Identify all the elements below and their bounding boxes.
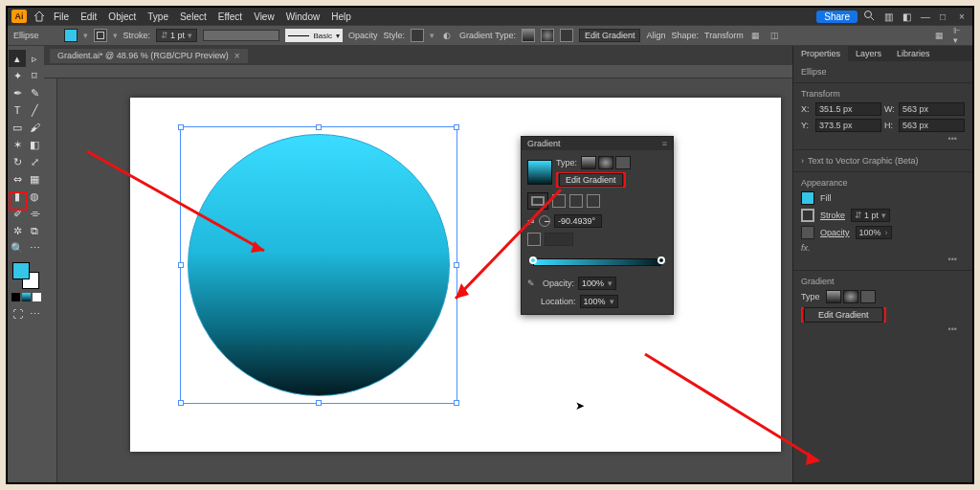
selection-handle[interactable] — [178, 400, 184, 406]
workspace-icon[interactable]: ◧ — [902, 11, 911, 22]
share-button[interactable]: Share — [816, 11, 858, 23]
tab-libraries[interactable]: Libraries — [889, 46, 938, 61]
edit-gradient-button[interactable]: Edit Gradient — [579, 29, 641, 42]
x-input[interactable]: 351.5 px — [815, 102, 881, 116]
vertical-ruler[interactable] — [44, 78, 57, 482]
tab-properties[interactable]: Properties — [793, 46, 848, 61]
mask-icon[interactable]: ◫ — [768, 29, 782, 42]
w-input[interactable]: 563 px — [899, 102, 965, 116]
freeform-gradient-icon[interactable] — [615, 156, 631, 169]
gradient-slider[interactable] — [527, 253, 667, 270]
home-icon[interactable] — [33, 10, 46, 23]
free-transform-tool[interactable]: ▦ — [26, 170, 43, 188]
eraser-tool[interactable]: ◧ — [26, 136, 43, 153]
reverse-gradient-icon[interactable]: ⇄ — [527, 216, 535, 226]
fx-label[interactable]: fx. — [801, 243, 811, 253]
line-tool[interactable]: ╱ — [26, 101, 43, 119]
screen-mode-tool[interactable]: ⛶ — [9, 305, 26, 323]
gradient-track[interactable] — [533, 258, 661, 266]
stroke-swatch[interactable] — [94, 29, 107, 42]
stroke-gradient-swatch[interactable] — [527, 192, 548, 210]
menu-type[interactable]: Type — [147, 11, 168, 22]
stroke-within-icon[interactable] — [552, 194, 566, 208]
angle-icon[interactable] — [539, 215, 550, 227]
gradient-panel-header[interactable]: Gradient ≡ — [522, 137, 673, 150]
magic-wand-tool[interactable]: ✦ — [9, 67, 26, 84]
panel-collapse-icon[interactable]: ≡ — [662, 139, 667, 148]
close-tab-icon[interactable]: × — [234, 51, 240, 61]
opacity-swatch[interactable] — [801, 226, 814, 239]
aspect-ratio-icon[interactable] — [527, 233, 541, 246]
edit-gradient-button[interactable]: Edit Gradient — [804, 307, 883, 323]
edit-gradient-button[interactable]: Edit Gradient — [559, 173, 623, 187]
toolbar-fill-swatch[interactable] — [12, 262, 30, 279]
paintbrush-tool[interactable]: 🖌 — [26, 119, 43, 136]
fill-swatch[interactable] — [64, 29, 78, 42]
stop-location-input[interactable]: 100%▾ — [580, 295, 618, 308]
menu-select[interactable]: Select — [180, 11, 207, 22]
stroke-across-icon[interactable] — [587, 194, 600, 208]
selection-handle[interactable] — [454, 400, 459, 406]
isolate-icon[interactable]: ▦ — [749, 29, 763, 42]
essentials-icon[interactable]: ▦ — [932, 29, 946, 42]
more-tool[interactable]: ⋯ — [26, 239, 43, 256]
radial-gradient-icon[interactable] — [598, 156, 613, 169]
dock-icon[interactable]: ⊩ ▾ — [953, 29, 967, 42]
linear-gradient-icon[interactable] — [522, 29, 535, 42]
symbol-tool[interactable]: ✲ — [9, 222, 26, 239]
style-dropdown[interactable] — [411, 29, 424, 42]
selection-handle[interactable] — [178, 262, 184, 268]
horizontal-ruler[interactable] — [44, 65, 792, 78]
swap-color-icon[interactable] — [11, 293, 20, 301]
fill-stroke-swatches[interactable] — [12, 262, 39, 289]
gradient-panel[interactable]: Gradient ≡ Type: — [521, 136, 674, 315]
gradient-stop-end[interactable] — [657, 256, 665, 264]
linear-gradient-icon[interactable] — [826, 290, 841, 303]
linear-gradient-icon[interactable] — [581, 156, 596, 169]
menu-edit[interactable]: Edit — [80, 11, 97, 22]
selection-handle[interactable] — [316, 124, 322, 130]
search-icon[interactable] — [863, 10, 875, 23]
gradient-mode-icon[interactable] — [22, 293, 31, 301]
recolor-icon[interactable]: ◐ — [440, 29, 454, 42]
arrange-icon[interactable]: ▥ — [884, 11, 893, 22]
profile-dropdown[interactable] — [203, 30, 279, 41]
document-tab[interactable]: Gradient.ai* @ 48.96 % (RGB/CPU Preview)… — [50, 49, 248, 63]
opacity-input[interactable]: 100%› — [856, 226, 892, 239]
stroke-label[interactable]: Stroke — [820, 211, 845, 220]
radial-gradient-icon[interactable] — [541, 29, 554, 42]
transform-label[interactable]: Transform — [704, 31, 744, 40]
close-icon[interactable]: × — [959, 11, 969, 22]
fill-swatch[interactable] — [801, 191, 814, 205]
selection-tool[interactable]: ▴ — [9, 50, 26, 67]
scale-tool[interactable]: ⤢ — [26, 153, 43, 170]
menu-help[interactable]: Help — [331, 11, 351, 22]
menu-window[interactable]: Window — [286, 11, 321, 22]
gradient-stop-start[interactable] — [529, 256, 537, 264]
stroke-swatch[interactable] — [801, 209, 814, 222]
radial-gradient-icon[interactable] — [843, 290, 858, 303]
zoom-tool[interactable]: 🔍 — [9, 239, 26, 256]
width-tool[interactable]: ⇔ — [9, 170, 26, 188]
selection-handle[interactable] — [454, 124, 459, 130]
stroke-along-icon[interactable] — [569, 194, 583, 208]
tab-layers[interactable]: Layers — [848, 46, 889, 61]
pen-tool[interactable]: ✒ — [9, 84, 26, 101]
maximize-icon[interactable]: □ — [940, 11, 949, 22]
graph-tool[interactable]: ⧉ — [26, 222, 43, 239]
align-label[interactable]: Align — [646, 31, 665, 40]
freeform-gradient-icon[interactable] — [560, 29, 573, 42]
selection-handle[interactable] — [454, 262, 459, 268]
aspect-input[interactable] — [545, 233, 573, 246]
brush-dropdown[interactable]: Basic▾ — [285, 29, 343, 42]
type-tool[interactable]: T — [9, 101, 26, 119]
rotate-tool[interactable]: ↻ — [9, 153, 26, 170]
menu-view[interactable]: View — [254, 11, 275, 22]
stroke-weight-input[interactable]: ⇵1 pt▾ — [851, 209, 890, 222]
selection-handle[interactable] — [178, 124, 184, 130]
angle-input[interactable]: -90.4939° — [554, 214, 602, 228]
more-options-icon[interactable]: ••• — [801, 134, 965, 144]
rectangle-tool[interactable]: ▭ — [9, 119, 26, 136]
direct-selection-tool[interactable]: ▹ — [26, 50, 43, 67]
eyedropper-icon[interactable]: ✎ — [527, 278, 539, 288]
